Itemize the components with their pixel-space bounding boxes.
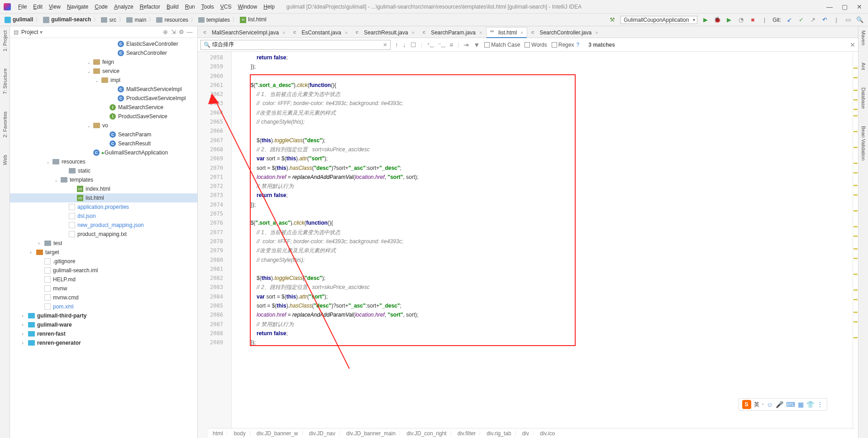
filter-icon[interactable]: ▼ bbox=[473, 41, 480, 48]
toolwindow-1-project[interactable]: 1: Project bbox=[1, 29, 9, 53]
coverage-button[interactable]: ▶ bbox=[725, 16, 733, 24]
tree-item[interactable]: CSearchController bbox=[10, 48, 197, 58]
crumb-1[interactable]: gulimall-search bbox=[43, 16, 91, 23]
gutter[interactable]: 2058 2059 2060 2061 2062 2063 2064 2065 … bbox=[198, 52, 232, 438]
dropdown-icon[interactable]: ▾ bbox=[40, 29, 43, 35]
tree-item[interactable]: gulimall-ware bbox=[10, 320, 197, 329]
crumb-4[interactable]: resources bbox=[156, 17, 188, 23]
struct-crumb[interactable]: div.rig_tab bbox=[486, 430, 511, 437]
menu-build[interactable]: Build bbox=[164, 3, 181, 11]
menu-analyze[interactable]: Analyze bbox=[111, 3, 136, 11]
regex-checkbox[interactable]: Regex? bbox=[552, 42, 579, 48]
locate-icon[interactable]: ⊕ bbox=[161, 29, 169, 35]
tree-item[interactable]: C ▸GulimallSearchApplication bbox=[10, 148, 197, 157]
tree-item[interactable]: pom.xml bbox=[10, 302, 197, 311]
struct-crumb[interactable]: div.JD_con_right bbox=[406, 430, 447, 437]
collapse-icon[interactable]: ⇲ bbox=[169, 29, 177, 35]
struct-crumb[interactable]: div.JD_banner_w bbox=[257, 430, 298, 437]
maximize-button[interactable]: ▢ bbox=[842, 3, 848, 10]
tree-item[interactable]: mvnw.cmd bbox=[10, 293, 197, 302]
stop-button[interactable]: ■ bbox=[749, 16, 756, 24]
hammer-icon[interactable]: ⚒ bbox=[609, 16, 616, 24]
ime-toolbar[interactable]: S 英 • ☺ 🎤 ⌨ ▦ 👕 ⋮ bbox=[738, 398, 828, 411]
prev-match-icon[interactable]: ↑ bbox=[395, 41, 398, 48]
menu-navigate[interactable]: Navigate bbox=[64, 3, 91, 11]
tree-item[interactable]: CProductSaveServiceImpl bbox=[10, 94, 197, 103]
close-tab-icon[interactable]: × bbox=[479, 30, 482, 35]
crumb-3[interactable]: main bbox=[126, 17, 146, 23]
ime-toolbox-icon[interactable]: ▦ bbox=[798, 401, 804, 408]
editor-tab[interactable]: CEsConstant.java× bbox=[290, 27, 352, 38]
ime-emoji-icon[interactable]: ☺ bbox=[767, 401, 773, 408]
struct-crumb[interactable]: div.JD_nav bbox=[309, 430, 335, 437]
struct-crumb[interactable]: body bbox=[234, 430, 246, 437]
tree-item[interactable]: product_mapping.txt bbox=[10, 230, 197, 239]
toolwindow-ant[interactable]: Ant bbox=[860, 61, 867, 72]
ime-keyboard-icon[interactable]: ⌨ bbox=[786, 401, 795, 408]
tree-item[interactable]: CMallSearchServiceImpl bbox=[10, 85, 197, 94]
toolwindow-7-structure[interactable]: 7: Structure bbox=[1, 67, 9, 96]
crumb-5[interactable]: templates bbox=[198, 17, 230, 23]
settings-icon[interactable]: ⚙ bbox=[177, 29, 186, 35]
struct-crumb[interactable]: div bbox=[522, 430, 529, 437]
menu-vcs[interactable]: VCS bbox=[218, 3, 234, 11]
tree-item[interactable]: dsl.json bbox=[10, 212, 197, 221]
vcs-revert-icon[interactable]: ↶ bbox=[821, 16, 828, 24]
menu-code[interactable]: Code bbox=[92, 3, 110, 11]
editor-tab[interactable]: H5list.html× bbox=[486, 27, 527, 38]
toolwindow-web[interactable]: Web bbox=[1, 153, 9, 167]
vcs-commit-icon[interactable]: ✓ bbox=[797, 16, 805, 24]
tree-item[interactable]: impl bbox=[10, 76, 197, 85]
vcs-history-icon[interactable]: ↗ bbox=[809, 16, 816, 24]
tree-item[interactable]: gulimall-third-party bbox=[10, 311, 197, 320]
hide-icon[interactable]: — bbox=[186, 29, 194, 35]
tree-item[interactable]: HELP.md bbox=[10, 275, 197, 284]
tree-item[interactable]: CSearchParam bbox=[10, 130, 197, 139]
tree-item[interactable]: feign bbox=[10, 58, 197, 67]
ime-voice-icon[interactable]: 🎤 bbox=[776, 401, 783, 408]
toolwindow-maven[interactable]: Maven bbox=[860, 29, 867, 47]
toolwindow-bean-validation[interactable]: Bean Validation bbox=[860, 124, 867, 162]
close-tab-icon[interactable]: × bbox=[345, 30, 348, 35]
editor-tab[interactable]: CMallSearchServiceImpl.java× bbox=[200, 27, 290, 38]
project-tree[interactable]: CElasticSaveControllerCSearchControllerf… bbox=[10, 38, 197, 438]
run-config-combo[interactable]: GulimallCouponApplication bbox=[620, 16, 697, 24]
struct-crumb[interactable]: div.filter bbox=[458, 430, 476, 437]
error-stripe[interactable] bbox=[853, 52, 858, 438]
tree-item[interactable]: resources bbox=[10, 157, 197, 166]
tree-item[interactable]: target bbox=[10, 248, 197, 257]
match-case-checkbox[interactable]: Match Case bbox=[484, 42, 520, 48]
menu-edit[interactable]: Edit bbox=[30, 3, 45, 11]
close-tab-icon[interactable]: × bbox=[520, 30, 523, 35]
in-selection-icon[interactable]: ⇥ bbox=[463, 41, 469, 48]
profile-button[interactable]: ◔ bbox=[737, 16, 744, 24]
crumb-2[interactable]: src bbox=[101, 17, 116, 23]
tree-item[interactable]: service bbox=[10, 67, 197, 76]
close-tab-icon[interactable]: × bbox=[282, 30, 285, 35]
tree-item[interactable]: mvnw bbox=[10, 284, 197, 293]
editor-tab[interactable]: CSearchResult.java× bbox=[352, 27, 419, 38]
toolwindow-2-favorites[interactable]: 2: Favorites bbox=[1, 110, 9, 139]
clear-search-icon[interactable]: ✕ bbox=[383, 42, 387, 48]
tree-item[interactable]: CElasticSaveController bbox=[10, 39, 197, 48]
tree-item[interactable]: H5list.html bbox=[10, 193, 197, 202]
close-tab-icon[interactable]: × bbox=[412, 30, 415, 35]
menu-window[interactable]: Window bbox=[235, 3, 260, 11]
minimize-button[interactable]: ― bbox=[826, 3, 833, 10]
layout-icon[interactable]: ▭ bbox=[844, 16, 852, 24]
menu-view[interactable]: View bbox=[46, 3, 63, 11]
tree-item[interactable]: vo bbox=[10, 121, 197, 130]
tree-item[interactable]: application.properties bbox=[10, 202, 197, 212]
editor-tab[interactable]: CSearchParam.java× bbox=[419, 27, 486, 38]
remove-selection-icon[interactable]: ⁻⎵ bbox=[438, 41, 445, 48]
tree-item[interactable]: H5index.html bbox=[10, 184, 197, 193]
add-selection-icon[interactable]: ⁺⎵ bbox=[427, 41, 434, 48]
menu-tools[interactable]: Tools bbox=[199, 3, 217, 11]
menu-refactor[interactable]: Refactor bbox=[137, 3, 163, 11]
select-all-icon[interactable]: ☐ bbox=[410, 41, 416, 48]
menu-file[interactable]: File bbox=[15, 3, 29, 11]
tree-item[interactable]: IMallSearchService bbox=[10, 103, 197, 112]
tree-item[interactable]: gulimall-search.iml bbox=[10, 266, 197, 275]
toolwindow-database[interactable]: Database bbox=[860, 86, 867, 111]
debug-button[interactable]: 🐞 bbox=[714, 16, 721, 24]
